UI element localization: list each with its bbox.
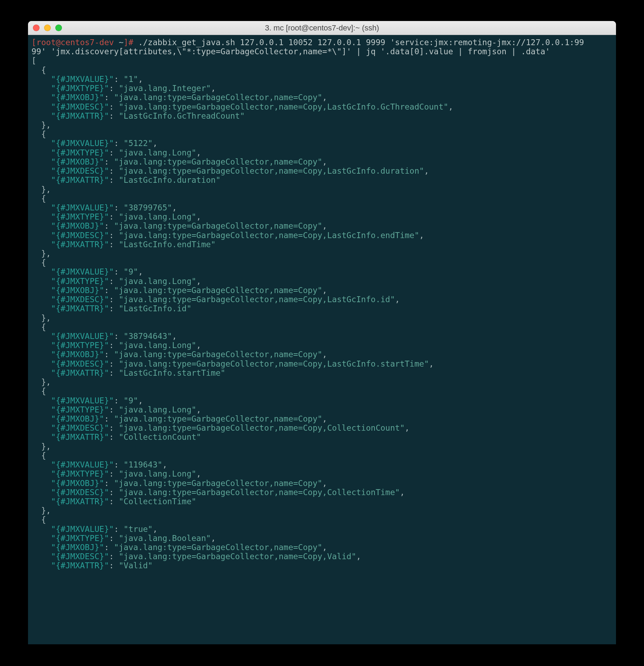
titlebar[interactable]: 3. mc [root@centos7-dev]:~ (ssh) (28, 21, 616, 35)
json-comma: , (162, 460, 167, 469)
json-colon: : (109, 534, 119, 543)
json-val-type: "java.lang.Long" (119, 405, 196, 414)
json-key-attr: "{#JMXATTR}" (51, 497, 109, 506)
json-colon: : (114, 75, 124, 84)
json-val-obj: "java.lang:type=GarbageCollector,name=Co… (114, 414, 322, 423)
json-colon: : (109, 405, 119, 414)
json-comma: , (153, 139, 158, 148)
json-val-obj: "java.lang:type=GarbageCollector,name=Co… (114, 221, 322, 230)
json-val-attr: "LastGcInfo.id" (119, 304, 191, 313)
json-comma: , (196, 212, 201, 221)
json-val-desc: "java.lang:type=GarbageCollector,name=Co… (119, 359, 429, 368)
json-colon: : (109, 111, 119, 120)
json-val-value: "119643" (124, 460, 162, 469)
prompt-tilde: ~ (119, 38, 124, 47)
json-key-attr: "{#JMXATTR}" (51, 432, 109, 442)
json-comma: , (196, 277, 201, 286)
json-val-value: "5122" (124, 139, 153, 148)
json-key-obj: "{#JMXOBJ}" (51, 350, 104, 359)
json-key-type: "{#JMXTYPE}" (51, 405, 109, 414)
json-comma: , (322, 286, 327, 295)
json-key-obj: "{#JMXOBJ}" (51, 479, 104, 488)
json-object-open: { (31, 65, 46, 75)
json-val-attr: "CollectionTime" (119, 497, 196, 506)
json-object-close: }, (31, 506, 51, 515)
json-key-obj: "{#JMXOBJ}" (51, 414, 104, 423)
json-val-type: "java.lang.Boolean" (119, 534, 211, 543)
json-object-open: { (31, 387, 46, 396)
terminal-window: 3. mc [root@centos7-dev]:~ (ssh) [root@c… (28, 21, 616, 644)
json-comma: , (211, 534, 216, 543)
json-colon: : (104, 350, 114, 359)
json-key-type: "{#JMXTYPE}" (51, 148, 109, 157)
json-key-type: "{#JMXTYPE}" (51, 534, 109, 543)
json-comma: , (322, 157, 327, 166)
command-line-2b: '.data[0].value | fromjson | .data' (380, 47, 550, 56)
json-colon: : (104, 157, 114, 166)
json-key-attr: "{#JMXATTR}" (51, 304, 109, 313)
json-val-desc: "java.lang:type=GarbageCollector,name=Co… (119, 423, 405, 432)
json-object-open: { (31, 322, 46, 332)
json-object-open: { (31, 194, 46, 203)
json-key-type: "{#JMXTYPE}" (51, 277, 109, 286)
json-comma: , (322, 221, 327, 230)
json-val-desc: "java.lang:type=GarbageCollector,name=Co… (119, 231, 419, 240)
json-key-value: "{#JMXVALUE}" (51, 203, 114, 212)
json-val-type: "java.lang.Long" (119, 277, 196, 286)
json-comma: , (196, 148, 201, 157)
prompt-user: [root@centos7-dev (31, 38, 119, 47)
json-val-value: "9" (124, 267, 138, 276)
json-val-obj: "java.lang:type=GarbageCollector,name=Co… (114, 479, 322, 488)
json-comma: , (196, 405, 201, 414)
json-val-type: "java.lang.Long" (119, 212, 196, 221)
json-comma: , (322, 414, 327, 423)
json-key-attr: "{#JMXATTR}" (51, 368, 109, 377)
terminal-body[interactable]: [root@centos7-dev ~]# ./zabbix_get_java.… (28, 35, 616, 644)
json-colon: : (104, 414, 114, 423)
json-key-type: "{#JMXTYPE}" (51, 212, 109, 221)
json-key-value: "{#JMXVALUE}" (51, 460, 114, 469)
json-val-attr: "CollectionCount" (119, 432, 201, 442)
json-colon: : (109, 469, 119, 478)
json-colon: : (109, 175, 119, 185)
json-colon: : (109, 488, 119, 497)
json-colon: : (104, 93, 114, 102)
json-comma: , (405, 423, 410, 432)
json-val-type: "java.lang.Long" (119, 148, 196, 157)
json-val-desc: "java.lang:type=GarbageCollector,name=Co… (119, 166, 424, 175)
json-object-open: { (31, 515, 46, 524)
json-comma: , (196, 341, 201, 350)
json-key-obj: "{#JMXOBJ}" (51, 286, 104, 295)
minimize-icon[interactable] (44, 25, 51, 31)
json-colon: : (109, 231, 119, 240)
json-comma: , (138, 75, 143, 84)
json-colon: : (109, 240, 119, 249)
json-key-attr: "{#JMXATTR}" (51, 111, 109, 120)
json-comma: , (356, 552, 361, 561)
json-key-desc: "{#JMXDESC}" (51, 488, 109, 497)
json-comma: , (429, 359, 434, 368)
json-key-desc: "{#JMXDESC}" (51, 231, 109, 240)
json-comma: , (172, 203, 177, 212)
json-colon: : (114, 460, 124, 469)
json-comma: , (322, 93, 327, 102)
json-colon: : (114, 525, 124, 534)
json-array-open: [ (31, 56, 36, 65)
json-val-attr: "LastGcInfo.endTime" (119, 240, 216, 249)
json-key-desc: "{#JMXDESC}" (51, 423, 109, 432)
json-key-attr: "{#JMXATTR}" (51, 561, 109, 570)
json-key-obj: "{#JMXOBJ}" (51, 221, 104, 230)
close-icon[interactable] (33, 25, 40, 31)
json-colon: : (109, 432, 119, 442)
json-key-value: "{#JMXVALUE}" (51, 525, 114, 534)
json-val-obj: "java.lang:type=GarbageCollector,name=Co… (114, 286, 322, 295)
json-key-attr: "{#JMXATTR}" (51, 240, 109, 249)
maximize-icon[interactable] (55, 25, 62, 31)
json-val-attr: "LastGcInfo.startTime" (119, 368, 225, 377)
json-val-obj: "java.lang:type=GarbageCollector,name=Co… (114, 93, 322, 102)
json-val-obj: "java.lang:type=GarbageCollector,name=Co… (114, 543, 322, 552)
json-key-type: "{#JMXTYPE}" (51, 469, 109, 478)
json-key-desc: "{#JMXDESC}" (51, 359, 109, 368)
json-object-open: { (31, 451, 46, 460)
json-colon: : (114, 203, 124, 212)
